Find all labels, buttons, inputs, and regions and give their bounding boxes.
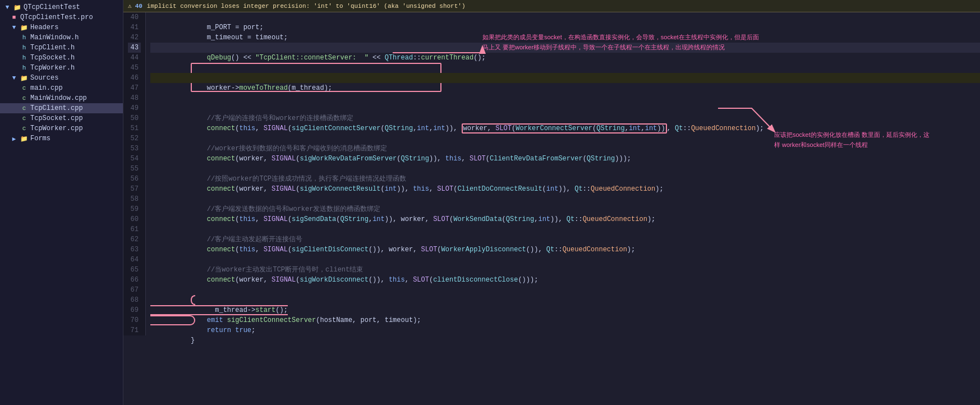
project-file[interactable]: ■ QTcpClientTest.pro [0, 12, 123, 22]
code-line-53: connect(worker, SIGNAL(sigWorkRevDataFro… [150, 144, 980, 154]
line-num-66: 66 [128, 275, 141, 285]
sources-arrow-icon: ▼ [10, 75, 18, 81]
cpp-file-icon: c [20, 125, 28, 132]
forms-folder-icon: 📁 [20, 135, 28, 142]
h-file-icon: h [20, 44, 28, 51]
code-line-54 [150, 154, 980, 164]
headers-folder-icon: 📁 [20, 24, 28, 31]
line-num-48: 48 [128, 93, 141, 103]
code-container: 40 41 42 43 44 45 46 47 48 49 50 51 52 5… [123, 12, 980, 335]
line-num-49: 49 [128, 103, 141, 113]
header-tcpworker-label: TcpWorker.h [30, 64, 75, 72]
header-tcpclient-label: TcpClient.h [30, 44, 75, 52]
line-num-65: 65 [128, 265, 141, 275]
header-tcpsocket-label: TcpSocket.h [30, 54, 75, 62]
headers-group[interactable]: ▼ 📁 Headers [0, 22, 123, 33]
code-line-61: //客户端主动发起断开连接信号 [150, 224, 980, 234]
line-num-62: 62 [128, 234, 141, 245]
line-num-47: 47 [128, 83, 141, 93]
line-num-57: 57 [128, 184, 141, 194]
code-line-44: TcpWorker* worker = new TcpWorker(m_nHan… [150, 53, 980, 63]
forms-group[interactable]: ▶ 📁 Forms [0, 134, 123, 144]
code-line-68 [150, 295, 980, 305]
source-mainwindow-label: MainWindow.cpp [30, 94, 87, 102]
source-tcpclient-label: TcpClient.cpp [30, 104, 83, 112]
warning-bar: ⚠ 40 implicit conversion loses integer p… [123, 0, 980, 12]
line-num-42: 42 [128, 33, 141, 43]
headers-arrow-icon: ▼ [10, 24, 18, 31]
line-num-58: 58 [128, 194, 141, 204]
source-tcpworker[interactable]: c TcpWorker.cpp [0, 123, 123, 134]
project-icon: 📁 [13, 4, 21, 11]
code-line-43: qDebug() << "TcpClient::connetServer: " … [150, 43, 980, 53]
line-num-54: 54 [128, 154, 141, 164]
cpp-file-icon: c [20, 85, 28, 91]
code-line-49: //客户端的连接信号和worker的连接槽函数绑定 [150, 103, 980, 113]
line-num-40: 40 [128, 12, 141, 22]
code-line-48 [150, 93, 980, 103]
code-line-55: //按照worker的TCP连接成功情况，执行客户端连接情况处理函数 [150, 164, 980, 174]
code-line-57 [150, 184, 980, 194]
code-line-58: //客户端发送数据的信号和worker发送数据的槽函数绑定 [150, 194, 980, 204]
code-line-62: connect(this, SIGNAL(sigClientDisConnect… [150, 234, 980, 245]
file-tree: ▼ 📁 QTcpClientTest ■ QTcpClientTest.pro … [0, 0, 123, 405]
source-mainwindow[interactable]: c MainWindow.cpp [0, 93, 123, 103]
editor-area: ⚠ 40 implicit conversion loses integer p… [123, 0, 980, 405]
source-tcpclient[interactable]: c TcpClient.cpp [0, 103, 123, 113]
line-num-68: 68 [128, 295, 141, 305]
warning-icon: ⚠ [128, 2, 132, 10]
project-root[interactable]: ▼ 📁 QTcpClientTest [0, 2, 123, 12]
header-mainwindow[interactable]: h MainWindow.h [0, 33, 123, 43]
code-line-59: connect(this, SIGNAL(sigSendData(QString… [150, 204, 980, 214]
code-line-64: //当worker主动发出TCP断开信号时，client结束 [150, 255, 980, 265]
code-line-45: m_thread = new QThread(worker); [150, 63, 980, 73]
header-mainwindow-label: MainWindow.h [30, 34, 79, 42]
source-tcpsocket[interactable]: c TcpSocket.cpp [0, 113, 123, 123]
cpp-file-icon: c [20, 115, 28, 122]
line-num-69: 69 [128, 305, 141, 315]
line-num-71: 71 [128, 325, 141, 335]
code-line-52: //worker接收到数据的信号和客户端收到的消息槽函数绑定 [150, 134, 980, 144]
arrow-icon: ▼ [3, 4, 11, 11]
h-file-icon: h [20, 34, 28, 41]
line-num-60: 60 [128, 214, 141, 224]
line-num-64: 64 [128, 255, 141, 265]
header-tcpclient[interactable]: h TcpClient.h [0, 43, 123, 53]
code-line-41: m_timeout = timeout; [150, 22, 980, 33]
cpp-file-icon: c [20, 95, 28, 102]
line-num-46: 46 [128, 73, 141, 83]
project-label: QTcpClientTest [24, 3, 80, 11]
header-tcpworker[interactable]: h TcpWorker.h [0, 63, 123, 73]
cpp-file-icon: c [20, 105, 28, 112]
code-scroll[interactable]: 40 41 42 43 44 45 46 47 48 49 50 51 52 5… [123, 12, 980, 405]
code-line-47 [150, 83, 980, 93]
code-lines: m_PORT = port; m_timeout = timeout; isAu… [146, 12, 980, 335]
headers-label: Headers [30, 24, 58, 31]
sources-label: Sources [30, 74, 58, 82]
code-line-65: connect(worker, SIGNAL(sigWorkDisconnect… [150, 265, 980, 275]
source-main[interactable]: c main.cpp [0, 83, 123, 93]
h-file-icon: h [20, 65, 28, 71]
source-tcpsocket-label: TcpSocket.cpp [30, 114, 83, 122]
code-line-63 [150, 245, 980, 255]
code-line-40: m_PORT = port; [150, 12, 980, 22]
code-line-51 [150, 123, 980, 134]
line-num-56: 56 [128, 174, 141, 184]
warning-message: implicit conversion loses integer precis… [147, 3, 466, 10]
line-num-41: 41 [128, 22, 141, 33]
forms-label: Forms [30, 135, 50, 142]
line-num-51: 51 [128, 123, 141, 134]
line-num-59: 59 [128, 204, 141, 214]
code-line-50: connect(this, SIGNAL(sigClientConnectSer… [150, 113, 980, 123]
code-line-46: worker->moveToThread(m_thread); [150, 73, 980, 83]
line-num-43: 43 [128, 43, 141, 53]
sources-group[interactable]: ▼ 📁 Sources [0, 73, 123, 83]
line-num-50: 50 [128, 113, 141, 123]
code-line-66 [150, 275, 980, 285]
code-line-56: connect(worker, SIGNAL(sigWorkConnectRes… [150, 174, 980, 184]
line-num-55: 55 [128, 164, 141, 174]
project-file-label: QTcpClientTest.pro [20, 13, 93, 21]
header-tcpsocket[interactable]: h TcpSocket.h [0, 53, 123, 63]
line-num-61: 61 [128, 224, 141, 234]
forms-arrow-icon: ▶ [10, 135, 18, 142]
